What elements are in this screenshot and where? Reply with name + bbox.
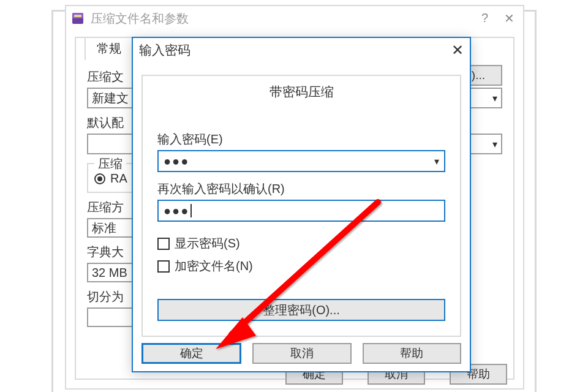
organize-passwords-button[interactable]: 整理密码(O)...: [157, 299, 445, 321]
checkbox-show-password[interactable]: 显示密码(S): [157, 235, 445, 252]
chevron-down-icon[interactable]: ▾: [492, 138, 497, 150]
close-icon[interactable]: ✕: [451, 42, 464, 59]
text-cursor: [190, 204, 192, 217]
label-pw2: 再次输入密码以确认(R): [157, 181, 445, 197]
checkbox-icon: [157, 238, 170, 250]
radio-dot-icon: [94, 173, 105, 184]
password-confirm-value: ●●●: [164, 204, 189, 218]
close-icon[interactable]: ✕: [504, 11, 514, 26]
chevron-down-icon[interactable]: ▾: [434, 156, 439, 167]
modal-bottom-buttons: 确定 取消 帮助: [141, 343, 461, 364]
password-value: ●●●: [164, 154, 189, 168]
tab-general[interactable]: 常规: [85, 37, 134, 61]
format-groupbox-title: 压缩: [94, 156, 126, 172]
label-pw1: 输入密码(E): [157, 131, 445, 148]
svg-rect-2: [74, 15, 81, 17]
modal-body-title: 带密码压缩: [157, 83, 445, 100]
password-modal: 输入密码 ✕ 带密码压缩 输入密码(E) ●●● ▾ 再次输入密码以确认(R) …: [132, 37, 471, 372]
modal-title: 输入密码: [139, 42, 190, 59]
modal-help-button[interactable]: 帮助: [363, 343, 461, 364]
password-confirm-input[interactable]: ●●●: [157, 200, 445, 222]
parent-titlebar: 压缩文件名和参数 ? ✕: [66, 6, 523, 31]
modal-titlebar: 输入密码 ✕: [133, 38, 470, 62]
password-input[interactable]: ●●● ▾: [157, 150, 445, 172]
archive-name-value: 新建文: [92, 90, 129, 107]
chevron-down-icon[interactable]: ▾: [492, 92, 497, 104]
modal-cancel-button[interactable]: 取消: [252, 343, 351, 364]
modal-ok-button[interactable]: 确定: [141, 343, 241, 364]
checkbox-encrypt-names[interactable]: 加密文件名(N): [157, 258, 445, 274]
parent-title: 压缩文件名和参数: [91, 10, 189, 27]
help-icon[interactable]: ?: [481, 11, 488, 26]
winrar-icon: [71, 12, 85, 25]
checkbox-icon: [157, 260, 170, 273]
modal-body: 带密码压缩 输入密码(E) ●●● ▾ 再次输入密码以确认(R) ●●● 显示密…: [141, 75, 461, 337]
